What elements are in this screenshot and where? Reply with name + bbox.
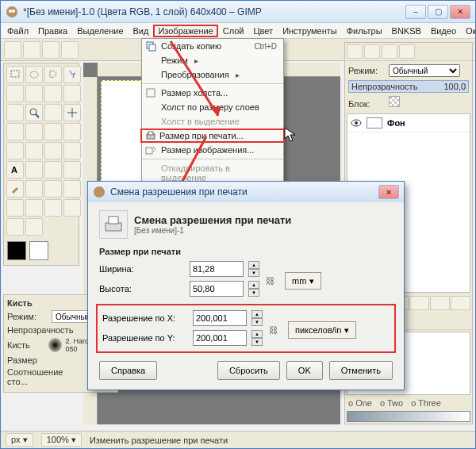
tool-heal[interactable] [25, 199, 43, 217]
tool-fuzzy-select[interactable] [63, 66, 81, 83]
tool-airbrush[interactable] [44, 180, 62, 198]
layer-name[interactable]: Фон [387, 118, 405, 128]
layer-row[interactable]: Фон [347, 114, 470, 132]
menu-color[interactable]: Цвет [248, 25, 278, 37]
close-button[interactable]: ✕ [450, 5, 470, 19]
tool-scissors[interactable] [25, 85, 43, 102]
menu-file[interactable]: Файл [2, 25, 33, 37]
help-button[interactable]: Справка [99, 361, 157, 380]
tool-by-color[interactable] [6, 85, 24, 102]
tool-scale[interactable] [63, 123, 81, 140]
tool-ink[interactable] [63, 180, 81, 198]
tool-rect-select[interactable] [6, 66, 24, 83]
toolbar-btn[interactable] [61, 41, 79, 59]
tab-layers[interactable] [347, 44, 363, 59]
eye-icon[interactable] [351, 117, 362, 129]
tool-dodge[interactable] [25, 218, 43, 236]
res-x-spinner[interactable]: ▲▼ [251, 310, 263, 326]
res-x-input[interactable] [193, 310, 247, 326]
tool-clone[interactable] [6, 199, 24, 217]
tool-shear[interactable] [6, 142, 24, 159]
foreground-swatch[interactable] [7, 241, 26, 260]
tool-paintbrush[interactable] [6, 180, 24, 198]
res-y-spinner[interactable]: ▲▼ [251, 330, 263, 346]
print-size-big-icon [99, 210, 128, 239]
tool-eraser[interactable] [25, 180, 43, 198]
res-y-input[interactable] [193, 330, 247, 346]
background-swatch[interactable] [29, 241, 48, 260]
brush-preview-icon[interactable] [48, 338, 62, 352]
menu-edit[interactable]: Правка [33, 25, 72, 37]
height-label: Высота: [99, 284, 185, 294]
status-unit[interactable]: px ▾ [6, 433, 33, 447]
layer-delete-button[interactable] [451, 296, 470, 310]
status-zoom[interactable]: 100% ▾ [41, 433, 82, 447]
tool-measure[interactable] [44, 104, 62, 121]
reset-button[interactable]: Сбросить [217, 361, 280, 380]
menu-windows[interactable]: Окна [461, 25, 476, 37]
tool-bucket[interactable] [25, 161, 43, 178]
menu-image[interactable]: Изображение [153, 25, 217, 37]
chain-link-icon[interactable]: ⛓ [267, 318, 278, 342]
main-titlebar[interactable]: *[Без имени]-1.0 (Цвета RGB, 1 слой) 640… [1, 1, 475, 23]
res-unit-button[interactable]: пикселов/in ▾ [288, 321, 356, 339]
tool-move[interactable] [63, 104, 81, 121]
menu-tools[interactable]: Инструменты [278, 25, 342, 37]
window-buttons: – ▢ ✕ [405, 5, 470, 19]
maximize-button[interactable]: ▢ [428, 5, 448, 19]
lock-alpha-icon[interactable] [389, 96, 400, 107]
tab-paths[interactable] [382, 44, 397, 59]
height-spinner[interactable]: ▲▼ [248, 281, 259, 297]
tool-blur[interactable] [63, 199, 81, 217]
tool-color-picker[interactable] [6, 104, 24, 121]
tool-zoom[interactable] [25, 104, 43, 121]
toolbar-btn[interactable] [42, 41, 60, 59]
tool-text[interactable]: A [6, 161, 24, 178]
minimize-button[interactable]: – [405, 5, 426, 19]
dialog-titlebar[interactable]: Смена разрешения при печати ✕ [88, 182, 404, 202]
tool-perspective-clone[interactable] [44, 199, 62, 217]
tab-undo[interactable] [399, 44, 415, 59]
cancel-button[interactable]: Отменить [329, 361, 393, 380]
svg-rect-22 [109, 217, 118, 224]
tab-channels[interactable] [364, 44, 380, 59]
nav-slider[interactable] [347, 411, 470, 422]
svg-point-4 [30, 71, 38, 78]
ok-button[interactable]: OK [286, 361, 323, 380]
menu-view[interactable]: Вид [129, 25, 154, 37]
opt-mode-label: Режим: [7, 312, 48, 321]
tool-cage[interactable] [63, 142, 81, 159]
size-unit-button[interactable]: mm ▾ [285, 272, 321, 290]
menu-bnksb[interactable]: BNKSB [387, 25, 426, 37]
tool-blend[interactable] [44, 161, 62, 178]
width-spinner[interactable]: ▲▼ [248, 261, 259, 277]
width-input[interactable] [190, 261, 244, 277]
toolbar-btn[interactable] [4, 41, 21, 59]
tool-flip[interactable] [44, 142, 62, 159]
toolbox: A [3, 63, 79, 266]
toolbar-btn[interactable] [23, 41, 40, 59]
chain-link-icon[interactable]: ⛓ [264, 269, 275, 293]
tool-foreground[interactable] [44, 85, 62, 102]
menu-layer[interactable]: Слой [218, 25, 249, 37]
tool-smudge[interactable] [6, 218, 24, 236]
menu-filters[interactable]: Фильтры [342, 25, 387, 37]
menu-select[interactable]: Выделение [72, 25, 128, 37]
tool-perspective[interactable] [25, 142, 43, 159]
layer-anchor-button[interactable] [430, 296, 450, 310]
dialog-button-row: Справка Сбросить OK Отменить [99, 361, 393, 380]
layer-dup-button[interactable] [409, 296, 429, 310]
layer-mode-select[interactable]: Обычный [389, 64, 460, 77]
dialog-title: Смена разрешения при печати [110, 186, 378, 198]
tool-crop[interactable] [25, 123, 43, 140]
tool-rotate[interactable] [44, 123, 62, 140]
tool-ellipse-select[interactable] [25, 66, 43, 83]
tool-pencil[interactable] [63, 161, 81, 178]
tool-paths[interactable] [63, 85, 81, 102]
dialog-close-button[interactable]: ✕ [378, 185, 399, 199]
height-input[interactable] [190, 281, 244, 297]
tool-align[interactable] [6, 123, 24, 140]
layer-thumb [367, 117, 382, 129]
tool-free-select[interactable] [44, 66, 62, 83]
menu-video[interactable]: Видео [426, 25, 461, 37]
